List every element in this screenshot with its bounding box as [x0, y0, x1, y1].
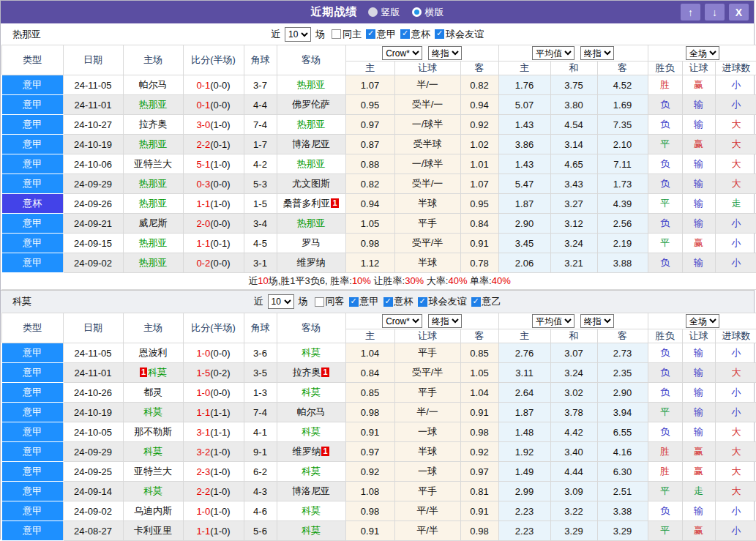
- league-checkbox[interactable]: [435, 29, 444, 39]
- average-select[interactable]: 平均值: [532, 46, 575, 60]
- avg-odds-cell: 5.07: [498, 95, 550, 115]
- move-down-button[interactable]: ↓: [705, 4, 725, 20]
- corner-cell: 9-1: [244, 442, 277, 462]
- halftime-score: (1-0): [210, 466, 230, 477]
- odds-cell: 受半/一: [394, 95, 460, 115]
- league-checkbox[interactable]: [400, 29, 410, 39]
- avg-odds-cell: 3.40: [550, 442, 597, 462]
- league-cell: 意甲: [1, 343, 63, 363]
- odds-cell: 0.95: [345, 95, 394, 115]
- vertical-layout-radio[interactable]: 竖版: [368, 6, 400, 19]
- table-row: 意甲24-09-29科莫3-2(1-0)9-1维罗纳10.97半球0.921.9…: [1, 442, 756, 462]
- league-cell: 意甲: [1, 383, 63, 403]
- table-row: 意甲24-10-05那不勒斯3-1(1-1)4-1科莫0.91一球0.981.4…: [1, 422, 756, 442]
- average-select[interactable]: 平均值: [532, 314, 575, 328]
- odds-cell: 1.12: [345, 253, 394, 273]
- corner-cell: 7-4: [244, 403, 277, 422]
- halftime-score: (1-1): [210, 427, 230, 438]
- result-cell: 小: [715, 95, 756, 115]
- score-cell: 1-1(1-1): [183, 403, 244, 422]
- table-row: 意杯24-09-26热那亚1-1(1-0)1-5桑普多利亚10.94半球0.95…: [1, 194, 756, 214]
- summary-text: 30%: [405, 275, 424, 286]
- arrow-down-icon: ↓: [712, 7, 717, 18]
- corner-cell: 4-4: [244, 95, 277, 115]
- result-cell: 赢: [682, 462, 715, 482]
- team-name: 那不勒斯: [134, 426, 172, 437]
- scope-select[interactable]: 全场: [686, 314, 719, 328]
- result-cell: 平: [648, 521, 682, 541]
- team-section-header: 科莫 近 10 场 同客意甲意杯球会友谊意乙: [1, 290, 754, 313]
- odds-cell: 一/球半: [394, 115, 460, 135]
- odds-cell: 半球: [394, 194, 460, 214]
- odds-index-select[interactable]: 终指: [428, 314, 462, 328]
- promotion-badge: 1: [321, 367, 329, 377]
- odds-company-select[interactable]: Crow*: [382, 46, 422, 60]
- col-header-goals: 进球数: [715, 329, 756, 343]
- league-checkbox[interactable]: [383, 297, 393, 307]
- fulltime-score: 1-5: [196, 367, 210, 378]
- league-cell: 意甲: [1, 521, 63, 541]
- avg-odds-cell: 4.44: [550, 462, 597, 482]
- odds-cell: 半球: [394, 253, 460, 273]
- result-cell: 负: [648, 343, 682, 363]
- date-cell: 24-09-26: [63, 194, 123, 214]
- league-checkbox[interactable]: [366, 29, 375, 39]
- result-cell: 负: [648, 154, 682, 174]
- avg-odds-cell: 1.87: [498, 194, 550, 214]
- odds-cell: 平手: [394, 343, 460, 363]
- result-cell: 胜: [648, 462, 682, 482]
- corner-cell: 4-1: [244, 422, 277, 442]
- odds-cell: 0.82: [345, 174, 394, 194]
- corner-cell: 4-6: [244, 501, 277, 521]
- near-label: 近: [254, 295, 263, 308]
- result-cell: 胜: [648, 442, 682, 462]
- team-cell: 恩波利: [123, 343, 183, 363]
- team-cell: 帕尔马: [123, 75, 183, 95]
- recent-count-select[interactable]: 10: [285, 27, 311, 42]
- close-button[interactable]: X: [729, 4, 749, 20]
- odds-index-select[interactable]: 终指: [428, 46, 462, 60]
- odds-cell: 1.08: [345, 482, 394, 501]
- date-cell: 24-09-29: [63, 442, 123, 462]
- odds-cell: 受平/半: [394, 363, 460, 383]
- average-index-select[interactable]: 终指: [580, 46, 614, 60]
- score-cell: 2-3(1-0): [183, 462, 244, 482]
- odds-cell: 0.97: [345, 442, 394, 462]
- promotion-badge: 1: [331, 198, 338, 208]
- team-name-label: 热那亚: [12, 28, 41, 41]
- team-cell: 热那亚: [277, 115, 345, 135]
- avg-odds-cell: 1.49: [498, 462, 550, 482]
- corner-cell: 5-6: [244, 521, 277, 541]
- scope-select[interactable]: 全场: [686, 46, 719, 60]
- recent-results-window: 近期战绩 竖版 横版 ↑ ↓ X 热那亚 近 10 场 同主意甲意杯球会友谊: [0, 0, 755, 540]
- team-cell: 亚特兰大: [123, 154, 183, 174]
- date-cell: 24-09-15: [63, 234, 123, 253]
- table-row: 意甲24-10-27拉齐奥3-0(1-0)7-4热那亚0.97一/球半0.921…: [1, 115, 756, 135]
- average-index-select[interactable]: 终指: [580, 314, 614, 328]
- col-header-guest: 客: [460, 61, 498, 75]
- horizontal-layout-radio[interactable]: 横版: [412, 6, 444, 19]
- score-cell: 1-5(0-2): [183, 363, 244, 383]
- recent-count-select[interactable]: 10: [268, 294, 294, 309]
- fulltime-score: 1-1: [196, 238, 210, 249]
- halftime-score: (1-0): [210, 486, 230, 497]
- fulltime-score: 5-1: [196, 159, 210, 170]
- same-venue-checkbox[interactable]: [332, 29, 341, 39]
- result-cell: 负: [648, 422, 682, 442]
- team-name: 帕尔马: [297, 406, 326, 417]
- date-cell: 24-09-25: [63, 462, 123, 482]
- fulltime-score: 1-0: [196, 387, 210, 398]
- league-checkbox[interactable]: [349, 297, 359, 307]
- team-cell: 那不勒斯: [123, 422, 183, 442]
- date-cell: 24-10-26: [63, 383, 123, 403]
- date-cell: 24-11-05: [63, 75, 123, 95]
- league-checkbox[interactable]: [471, 297, 481, 307]
- move-up-button[interactable]: ↑: [681, 4, 700, 20]
- same-venue-checkbox[interactable]: [315, 297, 324, 307]
- corner-cell: 4-5: [244, 234, 277, 253]
- halftime-score: (1-1): [210, 407, 230, 418]
- odds-company-select[interactable]: Crow*: [382, 314, 422, 328]
- team-name: 热那亚: [139, 257, 168, 268]
- league-checkbox[interactable]: [418, 297, 427, 307]
- date-cell: 24-10-06: [63, 154, 123, 174]
